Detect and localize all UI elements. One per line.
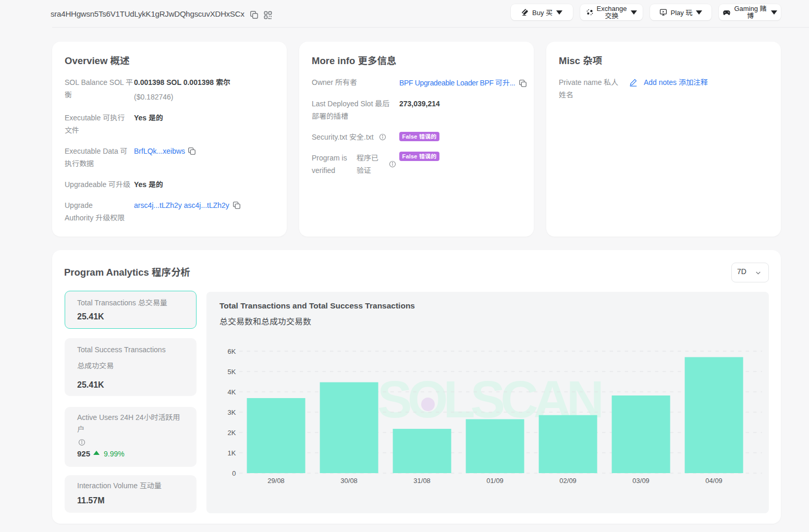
svg-text:04/09: 04/09: [705, 477, 722, 485]
svg-text:4K: 4K: [228, 388, 236, 396]
svg-text:6K: 6K: [228, 348, 236, 355]
svg-text:5K: 5K: [228, 368, 236, 376]
svg-text:0: 0: [232, 469, 236, 477]
svg-text:3K: 3K: [228, 409, 236, 416]
svg-text:30/08: 30/08: [340, 477, 358, 485]
svg-text:2K: 2K: [228, 429, 236, 437]
svg-text:31/08: 31/08: [413, 477, 431, 485]
svg-text:01/09: 01/09: [486, 477, 504, 485]
svg-text:03/09: 03/09: [632, 477, 649, 485]
svg-text:1K: 1K: [228, 449, 236, 457]
svg-text:02/09: 02/09: [559, 477, 577, 485]
svg-text:29/08: 29/08: [267, 477, 285, 485]
